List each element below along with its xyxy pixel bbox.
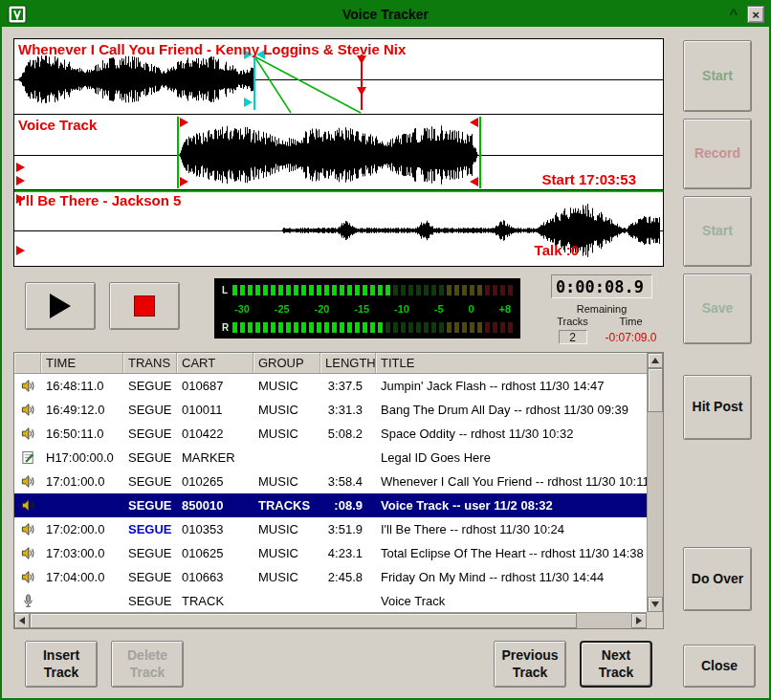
row-group: MUSIC xyxy=(253,474,320,489)
table-row[interactable]: 16:50:11.0 SEGUE 010422 MUSIC 5:08.2 Spa… xyxy=(14,422,647,446)
start-handle-mid-icon[interactable] xyxy=(357,87,366,96)
do-over-button[interactable]: Do Over xyxy=(683,547,752,611)
row-cart: 010353 xyxy=(177,522,253,536)
row-trans: SEGUE xyxy=(123,474,177,489)
segue-marker-line[interactable] xyxy=(253,55,255,110)
table-row[interactable]: 17:03:00.0 SEGUE 010625 MUSIC 4:23.1 Tot… xyxy=(14,541,647,565)
row-length: :08.9 xyxy=(320,498,376,513)
row-group: MUSIC xyxy=(253,427,320,441)
remaining-time-label: Time xyxy=(602,316,660,327)
table-row[interactable]: H17:00:00.0 SEGUE MARKER Legal ID Goes H… xyxy=(14,446,647,470)
vt-topright-handle-icon[interactable] xyxy=(470,118,478,127)
edge-marker-icon[interactable] xyxy=(16,176,25,186)
voicetrack-start-line[interactable] xyxy=(177,117,179,188)
next-track-button[interactable]: Next Track xyxy=(580,641,652,688)
edge-marker-icon[interactable] xyxy=(16,246,25,255)
row-length: 3:58.4 xyxy=(320,474,376,489)
track3-talk-time: Talk :0 xyxy=(535,242,579,258)
row-title: Friday On My Mind -- rdhost 11/30 14:44 xyxy=(376,570,647,584)
segue-handle-bottom-icon[interactable] xyxy=(244,98,253,107)
row-group: TRACKS xyxy=(253,498,320,513)
row-trans: SEGUE xyxy=(123,522,177,536)
row-length: 4:23.1 xyxy=(320,546,376,560)
table-row[interactable]: SEGUE 850010 TRACKS :08.9 Voice Track --… xyxy=(14,493,647,517)
scrollbar-corner xyxy=(647,612,663,628)
row-type-icon xyxy=(14,570,41,584)
vt-topleft-handle-icon[interactable] xyxy=(180,118,188,127)
speaker-icon xyxy=(21,498,35,513)
row-type-icon xyxy=(14,546,41,560)
start-track1-button[interactable]: Start xyxy=(683,40,752,112)
header-time: TIME xyxy=(41,353,123,373)
speaker-icon xyxy=(21,570,35,584)
table-row[interactable]: 17:04:00.0 SEGUE 010663 MUSIC 2:45.8 Fri… xyxy=(14,565,647,589)
meter-right-leds xyxy=(232,322,513,333)
vt-bottomright-handle-icon[interactable] xyxy=(470,177,478,186)
row-cart: MARKER xyxy=(177,450,253,465)
track-panel-outgoing[interactable]: Whenever I Call You Friend - Kenny Loggi… xyxy=(14,39,663,115)
play-button[interactable] xyxy=(25,282,96,330)
row-type-icon xyxy=(14,403,41,417)
meter-left-leds xyxy=(232,285,513,295)
row-time: 16:50:11.0 xyxy=(41,427,123,441)
row-title: Jumpin' Jack Flash -- rdhost 11/30 14:47 xyxy=(376,379,647,393)
stop-button[interactable] xyxy=(109,282,180,330)
header-group: GROUP xyxy=(253,353,320,373)
remaining-tracks-label: Tracks xyxy=(543,316,602,327)
table-row[interactable]: 17:01:00.0 SEGUE 010265 MUSIC 3:58.4 Whe… xyxy=(14,470,647,493)
arrow-up-icon xyxy=(651,358,659,363)
horizontal-scrollbar[interactable] xyxy=(14,612,647,628)
audio-meter: L -30-25-20-15-10-50+8 R xyxy=(214,278,520,339)
scroll-left-button[interactable] xyxy=(14,613,30,628)
row-cart: 010687 xyxy=(177,379,253,393)
start-track3-button[interactable]: Start xyxy=(683,196,752,267)
track-panel-incoming[interactable]: I'll Be There - Jackson 5 Talk :0 xyxy=(14,190,663,266)
vertical-scroll-thumb[interactable] xyxy=(648,368,663,412)
edge-marker-icon[interactable] xyxy=(16,163,25,172)
window-close-button[interactable]: × xyxy=(747,6,764,23)
scroll-up-button[interactable] xyxy=(648,353,663,368)
close-button[interactable]: Close xyxy=(683,645,756,688)
meter-scale: -30-25-20-15-10-50+8 xyxy=(222,302,513,315)
insert-track-button[interactable]: Insert Track xyxy=(25,641,98,688)
row-cart: 010663 xyxy=(177,570,253,584)
table-row[interactable]: 16:49:12.0 SEGUE 010011 MUSIC 3:31.3 Ban… xyxy=(14,398,647,422)
delete-track-button[interactable]: Delete Track xyxy=(111,641,184,688)
row-type-icon xyxy=(14,427,41,441)
vertical-scrollbar[interactable] xyxy=(647,353,663,612)
row-title: Whenever I Call You Friend -- rdhost 11/… xyxy=(376,474,647,489)
track3-title: I'll Be There - Jackson 5 xyxy=(18,192,181,208)
row-length: 5:08.2 xyxy=(320,427,376,441)
arrow-left-icon xyxy=(19,617,25,624)
row-cart: 010011 xyxy=(177,403,253,417)
save-button[interactable]: Save xyxy=(683,273,752,344)
titlebar[interactable]: Voice Tracker ^ × xyxy=(2,2,769,27)
vt-bottomleft-handle-icon[interactable] xyxy=(180,177,188,186)
horizontal-scroll-thumb[interactable] xyxy=(30,613,577,628)
row-group: MUSIC xyxy=(253,522,320,536)
track-panel-voicetrack[interactable]: Voice Track Start 17:03:53 xyxy=(14,115,663,190)
record-button[interactable]: Record xyxy=(683,119,752,189)
track2-start-time: Start 17:03:53 xyxy=(542,171,636,187)
row-title: Bang The Drum All Day -- rdhost 11/30 09… xyxy=(376,403,647,417)
hit-post-button[interactable]: Hit Post xyxy=(683,375,752,440)
row-type-icon xyxy=(14,474,41,489)
row-length: 3:37.5 xyxy=(320,379,376,393)
table-row[interactable]: SEGUE TRACK Voice Track xyxy=(14,589,647,612)
voicetrack-end-line[interactable] xyxy=(479,117,481,188)
row-title: I'll Be There -- rdhost 11/30 10:24 xyxy=(376,522,647,536)
row-length: 3:51.9 xyxy=(320,522,376,536)
speaker-icon xyxy=(21,474,35,489)
scroll-right-button[interactable] xyxy=(631,613,647,628)
table-row[interactable]: 17:02:00.0 SEGUE 010353 MUSIC 3:51.9 I'l… xyxy=(14,517,647,541)
window-title: Voice Tracker xyxy=(2,2,769,27)
table-row[interactable]: 16:48:11.0 SEGUE 010687 MUSIC 3:37.5 Jum… xyxy=(14,374,647,398)
header-trans: TRANS xyxy=(123,353,177,373)
shade-button[interactable]: ^ xyxy=(725,5,742,22)
speaker-icon xyxy=(21,427,35,441)
header-cart: CART xyxy=(177,353,253,373)
previous-track-button[interactable]: Previous Track xyxy=(494,641,566,688)
log-body: 16:48:11.0 SEGUE 010687 MUSIC 3:37.5 Jum… xyxy=(14,374,647,612)
scroll-down-button[interactable] xyxy=(648,597,663,612)
row-time: 16:49:12.0 xyxy=(41,403,123,417)
